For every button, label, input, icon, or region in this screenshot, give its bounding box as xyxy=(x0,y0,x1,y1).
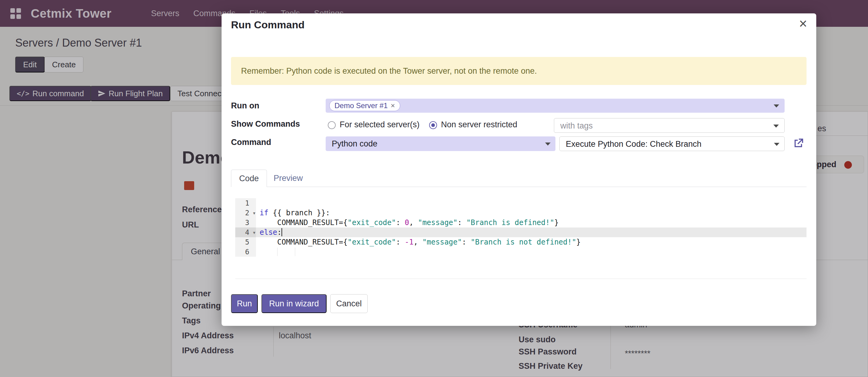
line-number: 5 xyxy=(235,237,256,247)
radio-non-restricted-label[interactable]: Non server restricted xyxy=(441,120,517,129)
alert-text: Remember: Python code is executed on the… xyxy=(241,66,537,76)
run-on-label: Run on xyxy=(231,101,259,111)
code-editor[interactable]: 1 2▾ 3 4▾ 5 6 if {{ branch }}: COMMAND_R… xyxy=(235,192,807,279)
run-command-modal: Run Command × Remember: Python code is e… xyxy=(222,13,816,326)
radio-selected-servers[interactable] xyxy=(328,121,336,129)
with-tags-select[interactable]: with tags xyxy=(554,118,785,133)
with-tags-placeholder: with tags xyxy=(560,121,593,130)
editor-gutter: 1 2▾ 3 4▾ 5 6 xyxy=(235,198,256,257)
cancel-button[interactable]: Cancel xyxy=(330,294,368,313)
command-type-select[interactable]: Python code xyxy=(326,137,555,151)
tag-remove-icon[interactable]: × xyxy=(391,102,395,110)
close-icon[interactable]: × xyxy=(799,17,807,30)
text-cursor xyxy=(281,228,282,236)
chevron-down-icon[interactable] xyxy=(773,124,779,127)
command-label: Command xyxy=(231,138,271,147)
code-line-active: else: xyxy=(256,228,807,237)
code-line xyxy=(256,198,807,208)
indent-guide xyxy=(277,248,278,256)
server-tag[interactable]: Demo Server #1 × xyxy=(329,100,400,111)
chevron-down-icon[interactable] xyxy=(774,105,779,108)
chevron-down-icon[interactable] xyxy=(545,143,551,146)
code-line: if {{ branch }}: xyxy=(256,208,807,218)
python-warning-alert: Remember: Python code is executed on the… xyxy=(231,57,807,85)
line-number: 3 xyxy=(235,218,256,228)
radio-selected-servers-label[interactable]: For selected server(s) xyxy=(340,120,420,129)
line-number: 2▾ xyxy=(235,208,256,218)
run-in-wizard-button[interactable]: Run in wizard xyxy=(261,294,327,313)
indent-guide xyxy=(295,248,295,256)
chevron-down-icon[interactable] xyxy=(774,143,779,146)
tab-preview[interactable]: Preview xyxy=(267,170,310,187)
modal-title: Run Command xyxy=(231,19,305,31)
code-line xyxy=(256,247,807,257)
code-line: COMMAND_RESULT={"exit_code": -1, "messag… xyxy=(256,237,807,247)
fold-icon[interactable]: ▾ xyxy=(253,228,256,237)
radio-non-restricted[interactable] xyxy=(429,121,437,129)
line-number: 6 xyxy=(235,247,256,257)
fold-icon[interactable]: ▾ xyxy=(253,208,256,218)
run-on-field[interactable]: Demo Server #1 × xyxy=(326,99,785,113)
command-select[interactable]: Execute Python Code: Check Branch xyxy=(559,137,785,151)
tab-code[interactable]: Code xyxy=(231,170,267,187)
command-value: Execute Python Code: Check Branch xyxy=(566,140,702,149)
line-number: 4▾ xyxy=(235,228,256,237)
server-tag-label: Demo Server #1 xyxy=(335,102,388,110)
command-type-value: Python code xyxy=(332,139,377,149)
code-lines: if {{ branch }}: COMMAND_RESULT={"exit_c… xyxy=(256,198,807,257)
line-number: 1 xyxy=(235,198,256,208)
show-commands-label: Show Commands xyxy=(231,119,300,129)
run-button[interactable]: Run xyxy=(231,294,258,313)
external-link-icon[interactable] xyxy=(792,137,805,150)
code-line: COMMAND_RESULT={"exit_code": 0, "message… xyxy=(256,218,807,228)
